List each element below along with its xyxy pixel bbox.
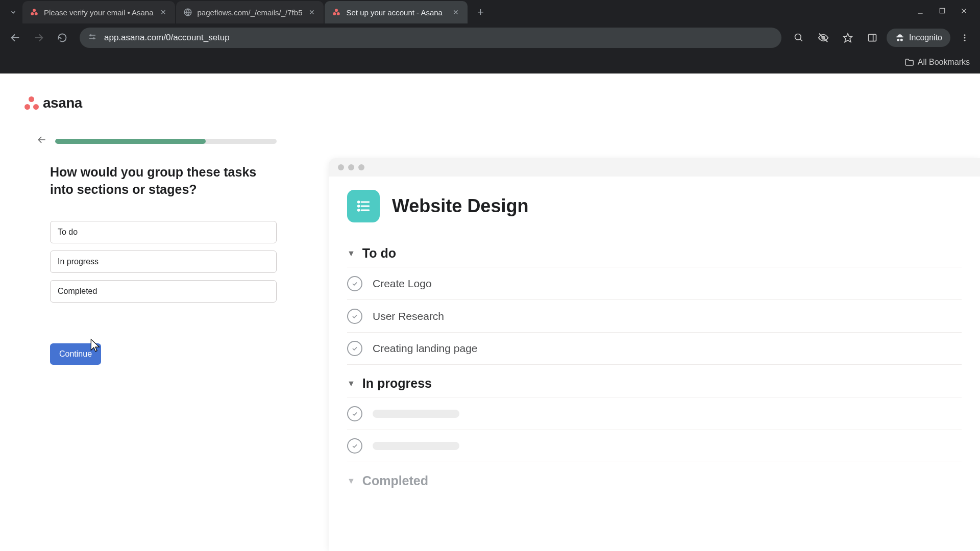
section-name: In progress: [362, 376, 432, 391]
caret-down-icon: ▼: [347, 249, 355, 258]
eye-off-icon[interactable]: [813, 28, 834, 48]
svg-point-6: [337, 12, 340, 15]
forward-button[interactable]: [29, 28, 49, 48]
task-placeholder: [373, 442, 459, 450]
svg-point-24: [964, 34, 966, 36]
back-arrow-button[interactable]: [37, 135, 47, 147]
address-bar[interactable]: app.asana.com/0/account_setup: [80, 28, 781, 48]
task-name: User Research: [373, 310, 444, 322]
section-input-0[interactable]: [50, 221, 277, 243]
close-icon[interactable]: ✕: [159, 8, 168, 16]
complete-task-icon[interactable]: [347, 309, 362, 324]
svg-point-1: [31, 12, 34, 15]
tab-search-dropdown[interactable]: [4, 3, 22, 21]
caret-down-icon: ▼: [347, 477, 355, 486]
section-header[interactable]: ▼In progress: [347, 370, 962, 397]
caret-down-icon: ▼: [347, 379, 355, 388]
svg-rect-8: [940, 8, 944, 13]
svg-point-0: [33, 9, 36, 12]
page-content: asana How would you group these tasks in…: [0, 73, 980, 551]
complete-task-icon[interactable]: [347, 406, 362, 421]
task-name: Create Logo: [373, 278, 432, 290]
svg-rect-22: [869, 34, 876, 41]
maximize-button[interactable]: [939, 7, 946, 17]
svg-point-26: [964, 40, 966, 41]
svg-point-4: [335, 9, 338, 12]
all-bookmarks-label: All Bookmarks: [918, 58, 970, 67]
browser-tab-2[interactable]: Set up your account - Asana ✕: [325, 1, 468, 23]
globe-favicon: [183, 8, 192, 17]
section-name: To do: [362, 246, 396, 261]
traffic-light-dot: [348, 164, 354, 170]
progress-fill: [55, 139, 206, 144]
traffic-light-dot: [338, 164, 344, 170]
svg-point-31: [358, 202, 359, 203]
section-name: Completed: [362, 473, 428, 488]
section-inputs-group: [50, 221, 277, 303]
tab-strip: Please verify your email • Asana ✕ pagef…: [0, 0, 980, 24]
complete-task-icon[interactable]: [347, 438, 362, 454]
reload-button[interactable]: [52, 28, 72, 48]
task-row[interactable]: Create Logo: [347, 267, 962, 299]
preview-section: ▼In progress: [347, 370, 962, 462]
task-row[interactable]: [347, 430, 962, 462]
svg-point-5: [333, 12, 336, 15]
minimize-button[interactable]: [916, 7, 924, 17]
project-title: Website Design: [392, 195, 528, 217]
section-input-1[interactable]: [50, 251, 277, 273]
new-tab-button[interactable]: +: [472, 4, 489, 21]
brand-name: asana: [43, 95, 82, 111]
svg-line-18: [800, 39, 802, 41]
setup-question: How would you group these tasks into sec…: [50, 164, 277, 198]
kebab-menu-icon[interactable]: [954, 28, 975, 48]
preview-titlebar: [329, 158, 980, 177]
close-icon[interactable]: ✕: [451, 8, 460, 16]
tab-title: pageflows.com/_/emails/_/7fb5: [198, 8, 303, 17]
tab-title: Set up your account - Asana: [346, 8, 446, 17]
site-info-icon[interactable]: [88, 32, 97, 44]
task-row[interactable]: Creating landing page: [347, 332, 962, 365]
task-name: Creating landing page: [373, 342, 478, 355]
side-panel-icon[interactable]: [862, 28, 883, 48]
preview-section: ▼Completed: [347, 467, 962, 494]
incognito-chip[interactable]: Incognito: [887, 29, 950, 47]
bookmark-star-icon[interactable]: [838, 28, 858, 48]
back-button[interactable]: [5, 28, 26, 48]
all-bookmarks-button[interactable]: All Bookmarks: [904, 58, 970, 67]
svg-point-32: [358, 206, 359, 207]
setup-panel: How would you group these tasks into sec…: [37, 135, 277, 365]
browser-toolbar: app.asana.com/0/account_setup Incognito: [0, 24, 980, 51]
complete-task-icon[interactable]: [347, 341, 362, 356]
progress-bar: [55, 139, 277, 144]
section-header[interactable]: ▼To do: [347, 240, 962, 267]
asana-logo-icon: [24, 96, 39, 110]
section-input-2[interactable]: [50, 280, 277, 303]
preview-window: Website Design ▼To doCreate LogoUser Res…: [329, 158, 980, 551]
asana-favicon: [332, 8, 341, 17]
svg-marker-21: [844, 34, 852, 42]
task-placeholder: [373, 410, 459, 418]
close-icon[interactable]: ✕: [307, 8, 316, 16]
complete-task-icon[interactable]: [347, 276, 362, 291]
preview-section: ▼To doCreate LogoUser ResearchCreating l…: [347, 240, 962, 365]
traffic-light-dot: [358, 164, 364, 170]
continue-button[interactable]: Continue: [50, 343, 101, 365]
window-controls: [916, 7, 980, 17]
asana-logo[interactable]: asana: [24, 95, 82, 111]
project-list-icon: [347, 190, 380, 222]
browser-tab-1[interactable]: pageflows.com/_/emails/_/7fb5 ✕: [176, 1, 324, 23]
svg-point-25: [964, 37, 966, 39]
incognito-label: Incognito: [909, 33, 942, 42]
task-row[interactable]: [347, 397, 962, 430]
task-row[interactable]: User Research: [347, 299, 962, 332]
browser-chrome: Please verify your email • Asana ✕ pagef…: [0, 0, 980, 73]
section-header[interactable]: ▼Completed: [347, 467, 962, 494]
close-window-button[interactable]: [960, 7, 968, 17]
asana-favicon: [30, 8, 39, 17]
bookmarks-bar: All Bookmarks: [0, 51, 980, 73]
project-header: Website Design: [347, 190, 962, 222]
svg-point-17: [795, 34, 801, 40]
zoom-icon[interactable]: [789, 28, 809, 48]
svg-point-2: [35, 12, 38, 15]
browser-tab-0[interactable]: Please verify your email • Asana ✕: [22, 1, 175, 23]
